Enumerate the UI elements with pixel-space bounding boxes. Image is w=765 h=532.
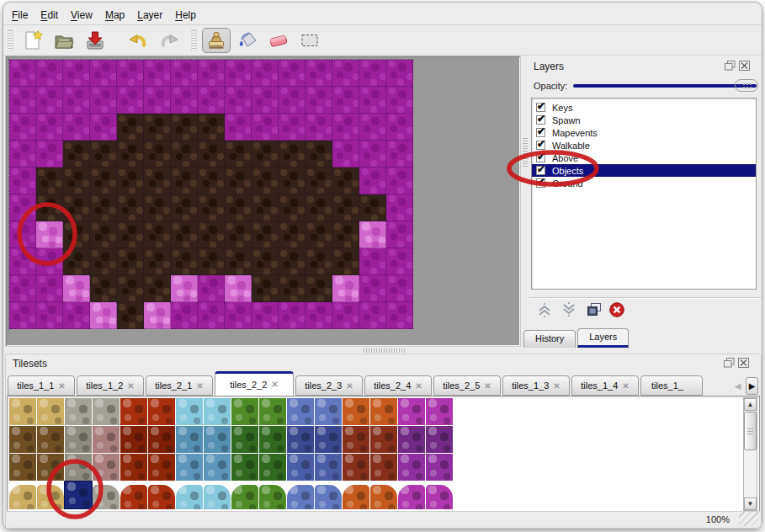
select-tool-button[interactable]: [295, 28, 324, 53]
dock-tab-layers[interactable]: Layers: [577, 328, 629, 348]
eraser-tool-button[interactable]: [264, 28, 293, 53]
tileset-tile-vine[interactable]: [259, 398, 286, 425]
tileset-tile-darkred[interactable]: [343, 454, 369, 481]
layer-row-objects[interactable]: ✔Objects: [532, 164, 756, 177]
layer-row-above[interactable]: ✔Above: [532, 152, 756, 164]
horizontal-splitter[interactable]: [3, 347, 762, 354]
tileset-tile-iceblock[interactable]: [204, 426, 231, 453]
tileset-tile-icicle[interactable]: [176, 454, 203, 481]
tileset-tile-rose[interactable]: [93, 454, 120, 481]
layer-visibility-checkbox[interactable]: ✔: [536, 115, 545, 125]
tileset-tile-crystal[interactable]: [315, 398, 342, 425]
tileset-tile-icicle[interactable]: [204, 454, 231, 481]
menu-view[interactable]: View: [71, 9, 93, 21]
tileset-tab-tiles_1_2[interactable]: tiles_1_2✕: [77, 375, 144, 396]
tileset-tile-lava[interactable]: [120, 398, 147, 425]
undo-button[interactable]: [124, 28, 152, 53]
tileset-scrollbar[interactable]: ▲ ▼: [743, 397, 757, 511]
tileset-tile-bark[interactable]: [37, 454, 64, 481]
tileset-tile-darkred[interactable]: [370, 426, 397, 453]
tileset-tile-crystal[interactable]: [287, 398, 314, 425]
scroll-tabs-right-icon[interactable]: ▶: [746, 377, 758, 395]
layer-row-ground[interactable]: ✔Ground: [532, 177, 756, 189]
layer-visibility-checkbox[interactable]: ✔: [536, 153, 545, 162]
tileset-tile-rose[interactable]: [93, 426, 120, 453]
layer-row-mapevents[interactable]: ✔Mapevents: [532, 126, 756, 139]
raise-layer-button[interactable]: [534, 301, 555, 318]
tileset-tile-lava[interactable]: [120, 485, 147, 509]
tileset-tab-tiles_2_2[interactable]: tiles_2_2✕: [215, 371, 294, 396]
menu-layer[interactable]: Layer: [137, 9, 162, 21]
tileset-tile-darkvine[interactable]: [231, 454, 258, 481]
tileset-tile-bark[interactable]: [37, 426, 64, 453]
tileset-tile-magenta[interactable]: [398, 398, 425, 425]
tileset-tile-vine[interactable]: [231, 485, 258, 509]
tab-close-icon[interactable]: ✕: [271, 380, 278, 389]
menu-file[interactable]: File: [12, 9, 28, 21]
tileset-tile-rock[interactable]: [65, 426, 92, 453]
tileset-tile-darkred[interactable]: [343, 426, 369, 453]
tileset-tile-vine[interactable]: [231, 398, 258, 425]
tileset-tab-tiles_2_4[interactable]: tiles_2_4✕: [364, 375, 432, 396]
tileset-tile-orange[interactable]: [343, 398, 369, 425]
layer-visibility-checkbox[interactable]: ✔: [536, 178, 545, 188]
tab-close-icon[interactable]: ✕: [622, 381, 629, 391]
layer-visibility-checkbox[interactable]: ✔: [536, 103, 545, 112]
scroll-down-icon[interactable]: ▼: [744, 497, 757, 510]
tileset-tile-magenta[interactable]: [426, 485, 453, 509]
tab-close-icon[interactable]: ✕: [127, 381, 134, 391]
tileset-tile-bark[interactable]: [9, 426, 36, 453]
tileset-tile-sand[interactable]: [9, 398, 36, 425]
tileset-tile-ice[interactable]: [204, 485, 231, 509]
tileset-tile-darklava[interactable]: [120, 426, 147, 453]
tileset-tile-sand[interactable]: [37, 485, 64, 509]
opacity-slider-handle[interactable]: [735, 79, 758, 92]
tileset-tab-tiles_1_4[interactable]: tiles_1_4✕: [571, 375, 639, 396]
tileset-tile-darkred[interactable]: [370, 454, 397, 481]
tileset-tab-tiles_2_3[interactable]: tiles_2_3✕: [295, 375, 363, 396]
tileset-tile-crystal[interactable]: [287, 485, 314, 509]
tab-close-icon[interactable]: ✕: [484, 381, 491, 391]
resize-grip[interactable]: [739, 512, 759, 526]
tileset-tile-ember[interactable]: [148, 454, 175, 481]
tileset-tile-magenta[interactable]: [398, 485, 425, 509]
tab-close-icon[interactable]: ✕: [553, 381, 560, 391]
opacity-slider[interactable]: [573, 79, 758, 92]
scroll-up-icon[interactable]: ▲: [744, 398, 757, 411]
tileset-tab-tiles_1_[interactable]: tiles_1_: [640, 375, 703, 396]
tileset-tile-darklava[interactable]: [148, 426, 175, 453]
tab-close-icon[interactable]: ✕: [346, 381, 353, 391]
tileset-tile-vine[interactable]: [259, 485, 286, 509]
tileset-tile-stone[interactable]: [93, 398, 120, 425]
opacity-slider-track[interactable]: [573, 84, 757, 88]
tileset-tile-lava[interactable]: [148, 398, 175, 425]
layer-row-walkable[interactable]: ✔Walkable: [532, 139, 756, 152]
tileset-tab-tiles_1_1[interactable]: tiles_1_1✕: [8, 375, 75, 396]
scrollbar-thumb[interactable]: [744, 412, 757, 450]
vertical-splitter[interactable]: [521, 56, 529, 347]
tileset-tile-rock[interactable]: [65, 454, 92, 481]
delete-layer-button[interactable]: [607, 301, 627, 318]
tab-close-icon[interactable]: ✕: [415, 381, 422, 391]
menu-help[interactable]: Help: [175, 9, 196, 21]
tab-close-icon[interactable]: ✕: [58, 381, 65, 391]
tileset-tile-crystal2[interactable]: [287, 454, 314, 481]
tileset-tile-darkmagenta[interactable]: [398, 426, 425, 453]
tileset-tile-darkcrystal[interactable]: [287, 426, 314, 453]
layer-row-keys[interactable]: ✔Keys: [532, 101, 756, 114]
fill-tool-button[interactable]: [233, 28, 262, 53]
tileset-tile-crystal[interactable]: [315, 485, 342, 509]
tileset-tile-darkvine[interactable]: [259, 426, 286, 453]
tileset-tab-tiles_2_1[interactable]: tiles_2_1✕: [146, 375, 213, 396]
dock-tab-history[interactable]: History: [523, 330, 576, 348]
scroll-tabs-left-icon[interactable]: ◀: [731, 377, 744, 395]
tileset-tile-sand[interactable]: [37, 398, 64, 425]
tileset-tile-orange[interactable]: [370, 485, 397, 509]
tileset-tile-ice[interactable]: [204, 398, 231, 425]
layer-visibility-checkbox[interactable]: ✔: [536, 166, 545, 175]
tileset-tile-sand[interactable]: [9, 485, 36, 509]
float-panel-icon[interactable]: [724, 60, 736, 71]
float-panel-icon[interactable]: [723, 357, 735, 368]
redo-button[interactable]: [155, 28, 183, 53]
tileset-tile-darkcrystal[interactable]: [315, 426, 342, 453]
